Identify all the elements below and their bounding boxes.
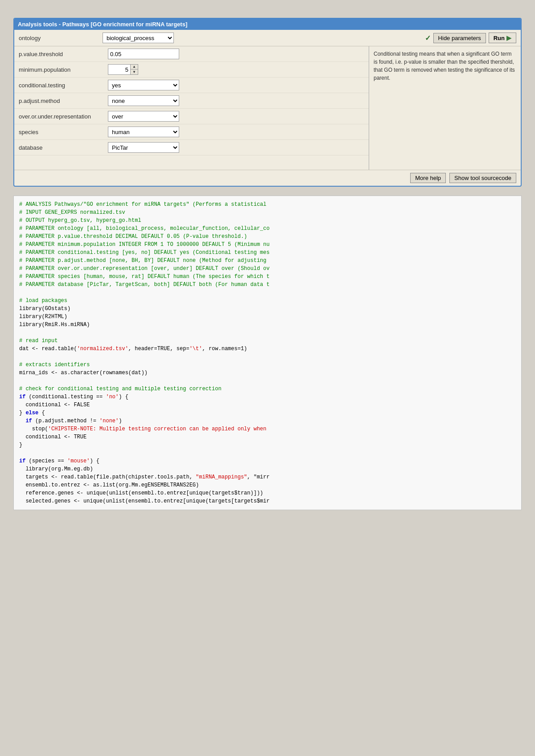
panel-body: ontology biological_process all molecula… (14, 30, 521, 186)
code-line (19, 353, 516, 361)
code-line (19, 449, 516, 457)
code-line: } (19, 441, 516, 449)
param-label-minpop: minimum.population (19, 66, 108, 73)
bottom-toolbar: More help Show tool sourcecode (14, 170, 521, 186)
param-row-database: database PicTar TargetScan both (14, 140, 369, 155)
code-line: # read input (19, 337, 516, 345)
species-select[interactable]: human mouse rat (108, 127, 179, 137)
code-line: # PARAMETER conditional.testing [yes, no… (19, 249, 516, 257)
run-label: Run (494, 35, 505, 41)
param-control-species: human mouse rat (108, 127, 364, 137)
param-row-padjust: p.adjust.method none BH BY (14, 93, 369, 109)
code-line: # extracts identifiers (19, 361, 516, 369)
param-control-database: PicTar TargetScan both (108, 142, 364, 153)
param-label-padjust: p.adjust.method (19, 98, 108, 104)
code-line: library(org.Mm.eg.db) (19, 465, 516, 473)
panel-title: Analysis tools - Pathways [GO enrichment… (18, 21, 187, 28)
param-row-pvalue: p.value.threshold (14, 46, 369, 62)
code-line: stop('CHIPSTER-NOTE: Multiple testing co… (19, 425, 516, 433)
tool-panel: Analysis tools - Pathways [GO enrichment… (13, 18, 522, 187)
run-button[interactable]: Run ▶ (489, 33, 516, 43)
params-left: p.value.threshold minimum.population (14, 46, 369, 170)
param-label-pvalue: p.value.threshold (19, 51, 108, 57)
code-line (19, 329, 516, 337)
ontology-control: biological_process all molecular_functio… (103, 33, 421, 43)
checkmark-icon: ✓ (425, 34, 431, 42)
code-line: conditional <- FALSE (19, 401, 516, 409)
param-control-pvalue (108, 49, 364, 59)
toolbar-right: ✓ Hide parameters Run ▶ (425, 33, 516, 43)
param-control-condtest: yes no (108, 80, 364, 90)
code-line: if (p.adjust.method != 'none') (19, 417, 516, 425)
more-help-button[interactable]: More help (410, 173, 446, 183)
code-line: selected.genes <- unique(unlist(ensembl.… (19, 497, 516, 505)
code-panel: # ANALYSIS Pathways/"GO enrichment for m… (13, 196, 522, 510)
code-line: if (conditional.testing == 'no') { (19, 393, 516, 401)
param-row-overunder: over.or.under.representation over under (14, 109, 369, 124)
toolbar-row: ontology biological_process all molecula… (14, 30, 521, 46)
ontology-label: ontology (19, 35, 99, 41)
minpop-input[interactable] (108, 64, 130, 75)
overunder-select[interactable]: over under (108, 111, 179, 122)
param-row-empty (14, 155, 369, 170)
param-row-minpop: minimum.population ▲ ▼ (14, 62, 369, 78)
code-line: reference.genes <- unique(unlist(ensembl… (19, 489, 516, 497)
panel-header: Analysis tools - Pathways [GO enrichment… (14, 19, 521, 30)
code-line: conditional <- TRUE (19, 433, 516, 441)
code-line: # load packages (19, 297, 516, 305)
ontology-select[interactable]: biological_process all molecular_functio… (103, 33, 174, 43)
code-line: # PARAMETER ontology [all, biological_pr… (19, 225, 516, 233)
main-container: Analysis tools - Pathways [GO enrichment… (13, 18, 522, 510)
code-line: dat <- read.table('normalized.tsv', head… (19, 345, 516, 353)
code-line: targets <- read.table(file.path(chipster… (19, 473, 516, 481)
code-line: # INPUT GENE_EXPRS normalized.tsv (19, 208, 516, 217)
run-arrow-icon: ▶ (506, 34, 511, 41)
spinner-wrapper: ▲ ▼ (108, 64, 364, 75)
param-control-minpop: ▲ ▼ (108, 64, 364, 75)
param-control-overunder: over under (108, 111, 364, 122)
code-line: } else { (19, 409, 516, 417)
param-row-condtest: conditional.testing yes no (14, 78, 369, 93)
code-line: library(R2HTML) (19, 313, 516, 321)
params-area: p.value.threshold minimum.population (14, 46, 521, 170)
code-line: # OUTPUT hyperg_go.tsv, hyperg_go.html (19, 217, 516, 225)
condtest-select[interactable]: yes no (108, 80, 179, 90)
code-line: if (species == 'mouse') { (19, 457, 516, 465)
code-line: # PARAMETER p.adjust.method [none, BH, B… (19, 257, 516, 265)
show-source-button[interactable]: Show tool sourcecode (449, 173, 516, 183)
spinner-buttons: ▲ ▼ (130, 64, 138, 75)
code-line: # PARAMETER database [PicTar, TargetScan… (19, 281, 516, 289)
code-line: # PARAMETER species [human, mouse, rat] … (19, 273, 516, 281)
code-line: library(RmiR.Hs.miRNA) (19, 321, 516, 329)
code-line: ensembl.to.entrez <- as.list(org.Mm.egEN… (19, 481, 516, 489)
param-label-overunder: over.or.under.representation (19, 113, 108, 120)
param-label-species: species (19, 129, 108, 135)
code-line: # PARAMETER p.value.threshold DECIMAL DE… (19, 233, 516, 241)
code-line: # ANALYSIS Pathways/"GO enrichment for m… (19, 200, 516, 208)
param-control-padjust: none BH BY (108, 95, 364, 106)
code-line (19, 289, 516, 297)
code-line: mirna_ids <- as.character(rownames(dat)) (19, 369, 516, 377)
params-right: Conditional testing means that when a si… (369, 46, 521, 170)
param-row-species: species human mouse rat (14, 124, 369, 140)
spinner-up-button[interactable]: ▲ (131, 65, 138, 69)
help-text: Conditional testing means that when a si… (374, 51, 515, 81)
code-line (19, 377, 516, 385)
param-label-database: database (19, 144, 108, 151)
code-line: # PARAMETER minimum.population INTEGER F… (19, 241, 516, 249)
code-line: # PARAMETER over.or.under.representation… (19, 265, 516, 273)
param-label-condtest: conditional.testing (19, 82, 108, 89)
padjust-select[interactable]: none BH BY (108, 95, 179, 106)
code-line: # check for conditional testing and mult… (19, 385, 516, 393)
database-select[interactable]: PicTar TargetScan both (108, 142, 179, 153)
spinner-down-button[interactable]: ▼ (131, 69, 138, 74)
pvalue-input[interactable] (108, 49, 179, 59)
hide-params-button[interactable]: Hide parameters (433, 33, 486, 43)
code-line: library(GOstats) (19, 305, 516, 313)
